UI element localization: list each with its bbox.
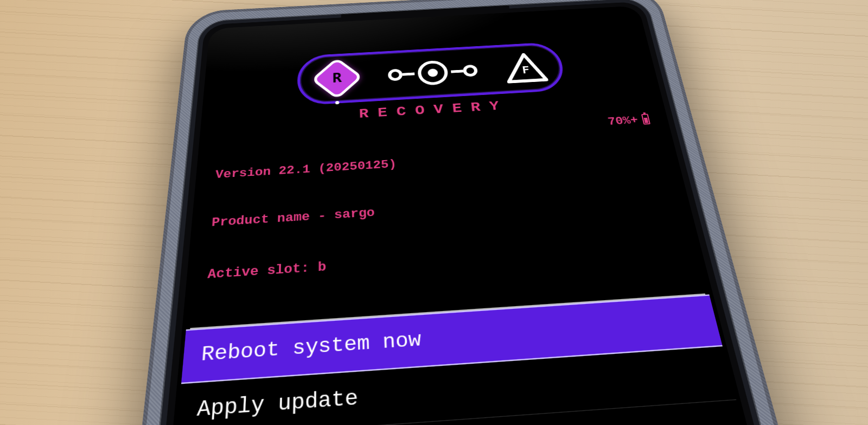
recovery-badge-icon: R	[314, 59, 360, 98]
phone-frame: R F RECOVERY Vers	[125, 0, 840, 425]
phone-device: R F RECOVERY Vers	[99, 0, 868, 425]
active-slot-line: Active slot: b	[207, 253, 402, 284]
recovery-badge-letter: R	[333, 72, 342, 85]
product-name-line: Product name - sargo	[211, 204, 400, 232]
battery-icon	[641, 114, 650, 125]
fastboot-badge-icon: F	[503, 52, 548, 84]
lineage-logo-icon	[387, 59, 478, 88]
device-info-block: Version 22.1 (20250125) Product name - s…	[186, 112, 709, 328]
battery-percent: 70%+	[607, 113, 640, 130]
fastboot-badge-letter: F	[503, 52, 548, 84]
version-line: Version 22.1 (20250125)	[215, 157, 397, 183]
mode-selector-pill: R F	[297, 42, 567, 106]
